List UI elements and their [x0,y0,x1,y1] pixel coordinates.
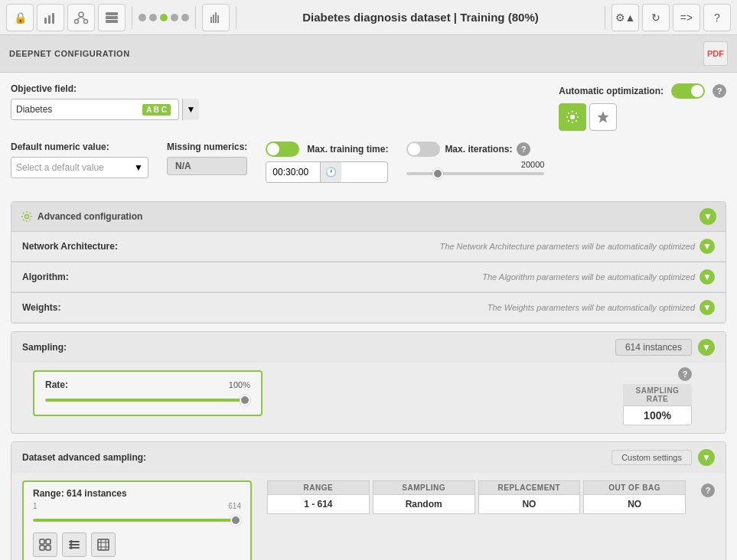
svg-rect-12 [213,15,214,23]
objective-field-input-row: Diabetes A B C ▼ [11,99,194,120]
separator-2 [195,6,196,29]
weights-expand[interactable]: ▼ [699,300,715,315]
help-icon[interactable]: ? [703,4,731,31]
status-dots [139,14,189,21]
stack-icon[interactable] [98,4,126,31]
optimize-icon-inactive[interactable] [589,103,617,131]
svg-point-3 [79,12,83,17]
auto-optimization-toggle[interactable] [671,83,705,99]
dataset-expand[interactable]: ▼ [698,449,715,466]
network-architecture-value: The Network Architecture parameters will… [440,239,715,254]
network-icon[interactable] [67,4,95,31]
page-title: Diabetes diagnosis dataset | Training (8… [243,11,598,24]
svg-rect-10 [106,20,118,23]
max-iterations-group: Max. iterations: ? 20000 [406,142,544,175]
stat-range-header: RANGE [267,480,370,495]
advanced-config-header[interactable]: Advanced configuration ▼ [11,202,726,231]
rate-header: Rate: 100% [45,379,250,390]
algorithm-expand[interactable]: ▼ [699,269,715,285]
advanced-config-collapse[interactable]: ▼ [699,208,716,225]
signal-icon[interactable] [37,4,64,31]
settings-icon[interactable]: ⚙▲ [611,4,639,31]
weights-section: Weights: The Weights parameters will be … [11,292,726,323]
form-row-2: Default numeric value: Select a default … [11,142,726,183]
lock-icon[interactable]: 🔒 [6,4,34,31]
toolbar: 🔒 [0,0,737,35]
range-icons [33,532,241,557]
dataset-help-icon[interactable]: ? [701,483,715,497]
max-training-toggle[interactable] [266,142,299,157]
auto-optimization-help[interactable]: ? [713,84,726,98]
network-architecture-section: Network Architecture: The Network Archit… [11,231,726,262]
svg-rect-18 [46,539,51,544]
sampling-expand[interactable]: ▼ [698,339,715,356]
algorithm-row: Algorithm: The Algorithm parameters will… [11,262,726,292]
pdf-button[interactable]: PDF [703,41,728,66]
default-numeric-select[interactable]: Select a default value ▼ [11,157,148,178]
form-row-1: Objective field: Diabetes A B C ▼ Automa… [11,83,726,131]
max-iterations-toggle[interactable] [406,142,440,157]
refresh-icon[interactable]: ↻ [642,4,670,31]
objective-field-dropdown[interactable]: ▼ [182,99,199,120]
rate-slider[interactable] [45,399,250,402]
range-slider[interactable] [33,519,241,522]
max-training-input[interactable]: 00:30:00 🕐 [266,161,388,183]
range-label: Range: 614 instances [33,488,127,499]
svg-point-5 [84,19,88,23]
custom-settings-button[interactable]: Custom settings [611,450,692,465]
weights-value: The Weights parameters will be automatic… [488,300,715,315]
separator-3 [236,6,236,29]
rate-value: 100% [229,380,250,389]
svg-line-7 [81,17,86,20]
svg-rect-8 [106,12,118,15]
max-iterations-slider-container [406,172,544,175]
svg-rect-17 [40,539,44,544]
sampling-rate-value: 100% [623,405,692,425]
svg-rect-19 [40,545,44,550]
weights-row: Weights: The Weights parameters will be … [11,293,726,323]
max-iterations-help[interactable]: ? [517,142,530,156]
sampling-help-icon[interactable]: ? [678,367,692,381]
stat-sampling-header: SAMPLING [373,480,475,495]
range-icon-3[interactable] [91,532,116,557]
weights-label: Weights: [22,302,60,313]
main-content: DEEPNET CONFIGURATION PDF Objective fiel… [0,35,737,560]
default-numeric-label: Default numeric value: [11,142,148,152]
objective-field-select[interactable]: Diabetes A B C [11,99,179,120]
stat-out-of-bag: OUT OF BAG NO [583,480,686,514]
optimize-icon-active[interactable] [559,103,586,131]
stat-replacement: REPLACEMENT NO [478,480,581,514]
range-icon-2[interactable] [62,532,86,557]
max-training-value[interactable]: 00:30:00 [266,162,320,182]
network-architecture-expand[interactable]: ▼ [699,239,715,254]
dataset-header-right: Custom settings ▼ [611,449,715,466]
default-numeric-placeholder: Select a default value [16,162,104,173]
range-icon-1[interactable] [33,532,57,557]
sampling-label: Sampling: [22,342,67,353]
auto-optimization-icons [559,103,726,131]
svg-rect-2 [52,13,54,24]
svg-rect-27 [98,539,109,550]
svg-point-4 [75,19,79,23]
sampling-rate-label: SAMPLING RATE [623,384,692,405]
algorithm-value: The Algorithm parameters will be automat… [482,269,715,285]
dataset-label: Dataset advanced sampling: [22,452,146,463]
gear-icon [21,210,33,223]
network-architecture-row: Network Architecture: The Network Archit… [11,232,726,262]
range-max: 614 [228,502,241,510]
equals-icon[interactable]: => [673,4,700,31]
objective-field-group: Objective field: Diabetes A B C ▼ [11,83,194,120]
svg-rect-20 [46,545,51,550]
max-iterations-slider[interactable] [406,172,544,175]
stat-range-value: 1 - 614 [267,495,370,514]
missing-numerics-label: Missing numerics: [167,142,247,152]
bars-icon[interactable] [202,4,230,31]
section-header: DEEPNET CONFIGURATION PDF [0,35,737,73]
objective-field-label: Objective field: [11,83,194,94]
svg-rect-13 [215,12,217,23]
clock-icon[interactable]: 🕐 [320,161,341,183]
sampling-section: Sampling: 614 instances ▼ Rate: 100% ? S… [11,331,726,434]
default-numeric-arrow: ▼ [134,162,143,173]
svg-rect-11 [210,17,212,23]
abc-badge: A B C [142,104,171,116]
